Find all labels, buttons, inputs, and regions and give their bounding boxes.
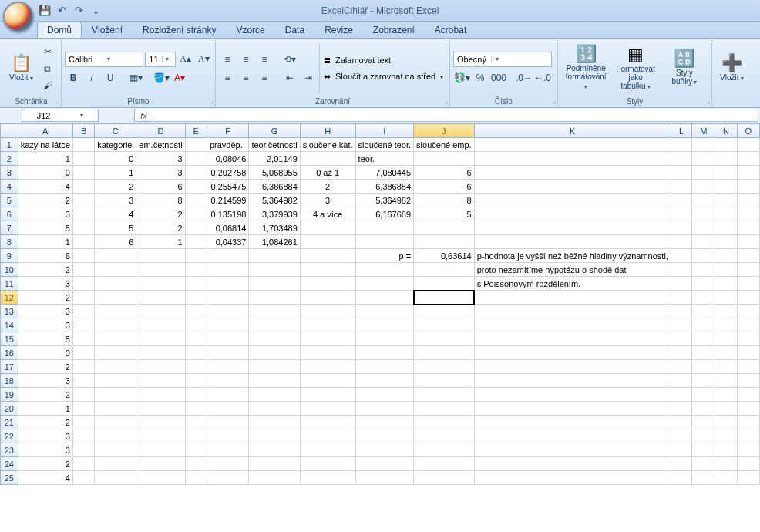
cell-L1[interactable] (671, 138, 692, 152)
merge-center-button[interactable]: ⬌ Sloučit a zarovnat na střed ▾ (322, 70, 446, 83)
cell-H25[interactable] (300, 471, 355, 485)
cell-H16[interactable] (300, 346, 355, 360)
cell-N4[interactable] (715, 180, 738, 194)
tab-domů[interactable]: Domů (37, 22, 82, 38)
cell-G23[interactable] (249, 443, 300, 457)
cell-B22[interactable] (72, 429, 94, 443)
cell-F10[interactable] (207, 263, 249, 277)
cell-N6[interactable] (715, 207, 738, 221)
column-header-C[interactable]: C (95, 124, 136, 138)
cell-I14[interactable] (355, 318, 414, 332)
format-as-table-button[interactable]: ▦ Formátovat jako tabulku (610, 42, 660, 95)
cell-M20[interactable] (692, 402, 715, 416)
worksheet-area[interactable]: ABCDEFGHIJKLMNO 1kazy na látcekategoriee… (0, 123, 760, 532)
cell-D13[interactable] (136, 305, 185, 318)
cell-O18[interactable] (737, 374, 759, 388)
cell-L11[interactable] (671, 277, 692, 291)
row-header-15[interactable]: 15 (1, 332, 18, 346)
cell-F3[interactable]: 0,202758 (207, 166, 249, 180)
cell-O12[interactable] (737, 291, 759, 305)
cell-O4[interactable] (737, 180, 759, 194)
cell-A6[interactable]: 3 (18, 207, 72, 221)
cell-K10[interactable]: proto nezamítíme hypotézu o shodě dat (474, 263, 671, 277)
cell-B11[interactable] (72, 277, 94, 291)
cell-M22[interactable] (692, 429, 715, 443)
indent-decrease-icon[interactable]: ⇤ (281, 70, 298, 86)
column-header-L[interactable]: L (671, 124, 692, 138)
cell-M1[interactable] (692, 138, 715, 152)
cell-K12[interactable] (474, 291, 671, 305)
cell-A11[interactable]: 3 (18, 277, 72, 291)
cell-L6[interactable] (671, 207, 692, 221)
cell-L18[interactable] (671, 374, 692, 388)
cell-H5[interactable]: 3 (300, 194, 355, 207)
row-header-7[interactable]: 7 (1, 221, 18, 235)
cell-N24[interactable] (715, 457, 738, 471)
cell-G5[interactable]: 5,364982 (249, 194, 300, 207)
cell-E3[interactable] (185, 166, 207, 180)
cell-O6[interactable] (737, 207, 759, 221)
cell-B24[interactable] (72, 457, 94, 471)
qat-redo-icon[interactable]: ↷ (72, 5, 85, 17)
cell-C17[interactable] (95, 360, 136, 374)
row-header-12[interactable]: 12 (1, 291, 18, 305)
cell-K24[interactable] (474, 457, 671, 471)
cell-F17[interactable] (207, 360, 249, 374)
cell-B19[interactable] (72, 388, 94, 402)
row-header-1[interactable]: 1 (1, 138, 18, 152)
cell-I17[interactable] (355, 360, 414, 374)
cell-L16[interactable] (671, 346, 692, 360)
cell-M6[interactable] (692, 207, 715, 221)
cell-O17[interactable] (737, 360, 759, 374)
cell-B18[interactable] (72, 374, 94, 388)
cell-C15[interactable] (95, 332, 136, 346)
cell-G20[interactable] (249, 402, 300, 416)
column-header-M[interactable]: M (692, 124, 715, 138)
cell-D8[interactable]: 1 (136, 235, 185, 249)
cell-H4[interactable]: 2 (300, 180, 355, 194)
cell-A19[interactable]: 2 (18, 388, 72, 402)
cell-F18[interactable] (207, 374, 249, 388)
cell-O3[interactable] (737, 166, 759, 180)
row-header-5[interactable]: 5 (1, 194, 18, 207)
row-header-22[interactable]: 22 (1, 429, 18, 443)
cell-O24[interactable] (737, 457, 759, 471)
cell-H21[interactable] (300, 416, 355, 429)
cell-A17[interactable]: 2 (18, 360, 72, 374)
cell-G12[interactable] (249, 291, 300, 305)
cell-E4[interactable] (185, 180, 207, 194)
cell-F4[interactable]: 0,255475 (207, 180, 249, 194)
cell-O23[interactable] (737, 443, 759, 457)
cell-I1[interactable]: sloučené teor. (355, 138, 414, 152)
cell-F16[interactable] (207, 346, 249, 360)
cell-F5[interactable]: 0,214599 (207, 194, 249, 207)
cell-D19[interactable] (136, 388, 185, 402)
cell-M18[interactable] (692, 374, 715, 388)
cell-I5[interactable]: 5,364982 (355, 194, 414, 207)
cell-M4[interactable] (692, 180, 715, 194)
cell-G21[interactable] (249, 416, 300, 429)
cell-C14[interactable] (95, 318, 136, 332)
cell-B4[interactable] (72, 180, 94, 194)
cell-O15[interactable] (737, 332, 759, 346)
cell-M17[interactable] (692, 360, 715, 374)
cell-A23[interactable]: 3 (18, 443, 72, 457)
cell-I16[interactable] (355, 346, 414, 360)
row-header-6[interactable]: 6 (1, 207, 18, 221)
cell-C16[interactable] (95, 346, 136, 360)
underline-button[interactable]: U (102, 70, 119, 86)
column-header-G[interactable]: G (249, 124, 300, 138)
cell-O7[interactable] (737, 221, 759, 235)
cell-H23[interactable] (300, 443, 355, 457)
cell-F14[interactable] (207, 318, 249, 332)
column-header-N[interactable]: N (715, 124, 738, 138)
cell-C13[interactable] (95, 305, 136, 318)
cell-E19[interactable] (185, 388, 207, 402)
formula-input[interactable] (153, 111, 758, 120)
cell-K6[interactable] (474, 207, 671, 221)
cell-B14[interactable] (72, 318, 94, 332)
cell-K16[interactable] (474, 346, 671, 360)
cell-G13[interactable] (249, 305, 300, 318)
cell-E2[interactable] (185, 152, 207, 166)
cell-I4[interactable]: 6,386884 (355, 180, 414, 194)
